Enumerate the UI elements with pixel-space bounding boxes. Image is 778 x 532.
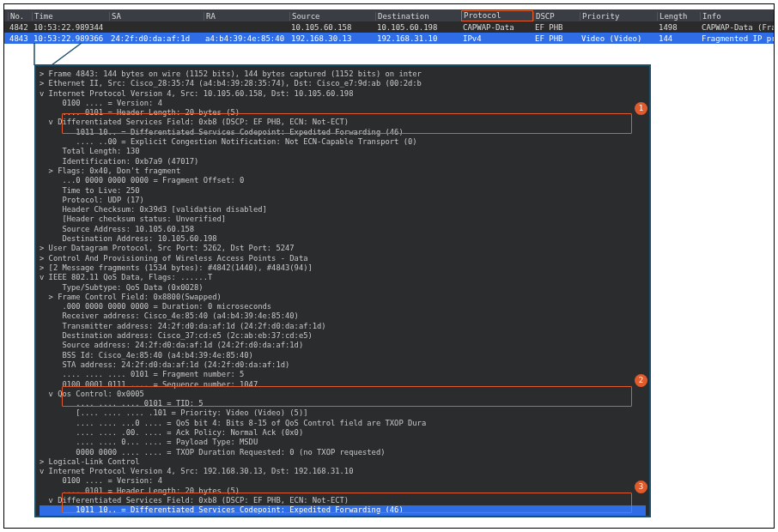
- callout-badge-1: 1: [635, 102, 647, 115]
- detail-line[interactable]: .... .... .... 0101 = TID: 5: [40, 399, 646, 408]
- col-length[interactable]: Length: [657, 12, 700, 21]
- detail-line[interactable]: Destination Address: 10.105.60.198: [40, 234, 646, 244]
- packet-detail-panel: > Frame 4843: 144 bytes on wire (1152 bi…: [34, 64, 651, 517]
- detail-line[interactable]: > Flags: 0x40, Don't fragment: [40, 166, 646, 176]
- detail-line[interactable]: Protocol: UDP (17): [40, 196, 646, 205]
- detail-line[interactable]: > User Datagram Protocol, Src Port: 5262…: [40, 244, 646, 253]
- detail-line[interactable]: 0100 .... = Version: 4: [40, 476, 646, 486]
- col-protocol[interactable]: Protocol: [461, 10, 533, 21]
- cell-no: 4842: [8, 23, 32, 32]
- detail-line[interactable]: 1011 10.. = Differentiated Services Code…: [40, 128, 646, 137]
- detail-line[interactable]: v Internet Protocol Version 4, Src: 10.1…: [40, 89, 646, 99]
- col-no[interactable]: No.: [8, 12, 32, 21]
- detail-line[interactable]: 0100 0001 0111 .... = Sequence number: 1…: [40, 380, 646, 390]
- svg-line-1: [52, 43, 82, 65]
- cell-source: 10.105.60.158: [289, 23, 375, 32]
- col-source[interactable]: Source: [289, 12, 375, 21]
- detail-line[interactable]: BSS Id: Cisco_4e:85:40 (a4:b4:39:4e:85:4…: [40, 351, 646, 360]
- detail-line[interactable]: Identification: 0xb7a9 (47017): [40, 157, 646, 166]
- col-time[interactable]: Time: [32, 12, 109, 21]
- col-info[interactable]: Info: [700, 12, 775, 21]
- detail-line[interactable]: > Frame Control Field: 0x8800(Swapped): [40, 293, 646, 302]
- detail-line[interactable]: > [2 Message fragments (1534 bytes): #48…: [40, 263, 646, 273]
- detail-line[interactable]: 0000 0000 .... .... = TXOP Duration Requ…: [40, 448, 646, 457]
- detail-line[interactable]: v Internet Protocol Version 4, Src: 192.…: [40, 467, 646, 476]
- cell-info: Fragmented IP protocol (p: [700, 34, 775, 43]
- detail-line[interactable]: > Logical-Link Control: [40, 457, 646, 467]
- cell-length: 144: [657, 34, 700, 43]
- cell-protocol: IPv4: [461, 34, 533, 43]
- cell-no: 4843: [8, 34, 32, 43]
- cell-source: 192.168.30.13: [289, 34, 375, 43]
- page-frame: No. Time SA RA Source Destination Protoc…: [3, 3, 775, 529]
- cell-length: 1498: [657, 23, 700, 32]
- detail-line[interactable]: Source address: 24:2f:d0:da:af:1d (24:2f…: [40, 341, 646, 350]
- cell-priority: Video (Video): [580, 34, 657, 43]
- detail-line[interactable]: .... ..00 = Explicit Congestion Notifica…: [40, 137, 646, 147]
- col-sa[interactable]: SA: [109, 12, 204, 21]
- callout-badge-3: 3: [635, 481, 647, 493]
- detail-line[interactable]: Transmitter address: 24:2f:d0:da:af:1d (…: [40, 322, 646, 331]
- detail-line[interactable]: Time to Live: 250: [40, 186, 646, 196]
- detail-line[interactable]: Destination address: Cisco_37:cd:e5 (2c:…: [40, 331, 646, 341]
- detail-line[interactable]: > Ethernet II, Src: Cisco_28:35:74 (a4:b…: [40, 79, 646, 88]
- col-ra[interactable]: RA: [204, 12, 289, 21]
- cell-dscp: EF PHB: [533, 23, 580, 32]
- cell-dscp: EF PHB: [533, 34, 580, 43]
- detail-line[interactable]: 0100 .... = Version: 4: [40, 99, 646, 108]
- packet-list-table: No. Time SA RA Source Destination Protoc…: [4, 9, 774, 44]
- cell-destination: 10.105.60.198: [375, 23, 461, 32]
- callout-badge-2: 2: [635, 374, 647, 387]
- cell-time: 10:53:22.989344: [32, 23, 109, 32]
- detail-line[interactable]: .... .... .00. .... = Ack Policy: Normal…: [40, 428, 646, 438]
- detail-line[interactable]: Total Length: 130: [40, 147, 646, 156]
- cell-protocol: CAPWAP-Data: [461, 23, 533, 32]
- detail-line[interactable]: .... .... .... 0101 = Fragment number: 5: [40, 370, 646, 379]
- detail-line[interactable]: .000 0000 0000 0000 = Duration: 0 micros…: [40, 302, 646, 311]
- detail-line[interactable]: .... 0101 = Header Length: 20 bytes (5)3: [40, 487, 646, 496]
- packet-row-selected[interactable]: 4843 10:53:22.989366 24:2f:d0:da:af:1d a…: [4, 33, 774, 44]
- detail-line[interactable]: v Differentiated Services Field: 0xb8 (D…: [40, 118, 646, 127]
- detail-line[interactable]: > Frame 4843: 144 bytes on wire (1152 bi…: [40, 70, 646, 79]
- detail-line[interactable]: .... .... 0... .... = Payload Type: MSDU: [40, 438, 646, 447]
- detail-line[interactable]: v Differentiated Services Field: 0xb8 (D…: [40, 496, 646, 505]
- detail-line[interactable]: v Qos Control: 0x0005: [40, 390, 646, 399]
- detail-line[interactable]: Header Checksum: 0x39d3 [validation disa…: [40, 205, 646, 215]
- col-dscp[interactable]: DSCP: [533, 12, 580, 21]
- packet-list-header: No. Time SA RA Source Destination Protoc…: [4, 9, 774, 21]
- detail-line[interactable]: Source Address: 10.105.60.158: [40, 225, 646, 234]
- detail-line[interactable]: Receiver address: Cisco_4e:85:40 (a4:b4:…: [40, 311, 646, 321]
- col-destination[interactable]: Destination: [375, 12, 461, 21]
- detail-line[interactable]: STA address: 24:2f:d0:da:af:1d (24:2f:d0…: [40, 360, 646, 370]
- detail-line[interactable]: .... ..00 = Explicit Congestion Notifica…: [40, 516, 646, 517]
- detail-line-selected[interactable]: 1011 10.. = Differentiated Services Code…: [40, 505, 646, 515]
- detail-line[interactable]: ...0 0000 0000 0000 = Fragment Offset: 0: [40, 176, 646, 185]
- detail-line[interactable]: Type/Subtype: QoS Data (0x0028): [40, 283, 646, 293]
- cell-destination: 192.168.31.10: [375, 34, 461, 43]
- detail-line[interactable]: v IEEE 802.11 QoS Data, Flags: ......T: [40, 273, 646, 282]
- cell-info: CAPWAP-Data (Fragment ID:: [700, 23, 775, 32]
- packet-row[interactable]: 4842 10:53:22.989344 10.105.60.158 10.10…: [4, 21, 774, 33]
- detail-line[interactable]: .... .... ...0 .... = QoS bit 4: Bits 8-…: [40, 419, 646, 428]
- cell-sa: 24:2f:d0:da:af:1d: [109, 34, 204, 43]
- detail-line[interactable]: .... 0101 = Header Length: 20 bytes (5)1: [40, 108, 646, 118]
- detail-line[interactable]: [.... .... .... .101 = Priority: Video (…: [40, 408, 646, 418]
- cell-ra: a4:b4:39:4e:85:40: [204, 34, 289, 43]
- detail-line[interactable]: [Header checksum status: Unverified]: [40, 215, 646, 224]
- col-priority[interactable]: Priority: [580, 12, 657, 21]
- cell-time: 10:53:22.989366: [32, 34, 109, 43]
- detail-line[interactable]: > Control And Provisioning of Wireless A…: [40, 254, 646, 263]
